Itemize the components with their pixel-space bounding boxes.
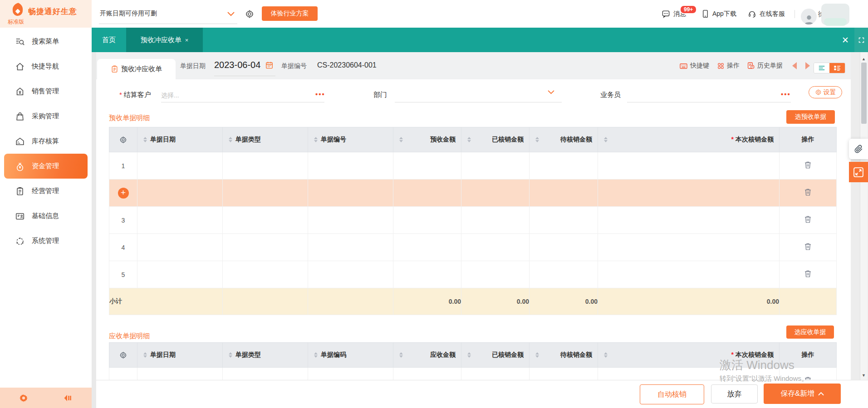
scroll-up-icon[interactable]: ▲ bbox=[862, 57, 866, 61]
history-button[interactable]: 历史单据 bbox=[747, 52, 783, 79]
sidebar-item-funds[interactable]: 资金管理 bbox=[4, 154, 88, 179]
table-cell[interactable] bbox=[598, 261, 780, 288]
table-cell[interactable] bbox=[137, 180, 223, 207]
sidebar-item-home[interactable]: 快捷导航 bbox=[0, 54, 92, 79]
sidebar-item-operations[interactable]: 经营管理 bbox=[0, 179, 92, 204]
column-header[interactable]: *本次核销金额 bbox=[598, 343, 780, 368]
delete-row-button[interactable] bbox=[780, 152, 837, 180]
sort-icon[interactable] bbox=[467, 352, 471, 358]
app-download-button[interactable]: App下载 bbox=[701, 0, 736, 28]
sort-icon[interactable] bbox=[314, 352, 318, 358]
table-cell[interactable] bbox=[530, 180, 598, 207]
table-cell[interactable] bbox=[598, 368, 780, 380]
sidebar-item-system[interactable]: 系统管理 bbox=[0, 228, 92, 253]
table-cell[interactable] bbox=[461, 207, 530, 234]
table-cell[interactable] bbox=[223, 261, 308, 288]
save-and-new-button[interactable]: 保存&新增 bbox=[764, 384, 841, 404]
table-cell[interactable] bbox=[308, 261, 393, 288]
column-header[interactable]: 已核销金额 bbox=[461, 343, 530, 368]
calendar-icon[interactable] bbox=[265, 61, 274, 69]
delete-row-button[interactable] bbox=[780, 234, 837, 261]
table-cell[interactable] bbox=[308, 207, 393, 234]
next-arrow[interactable] bbox=[805, 62, 810, 69]
support-button[interactable]: 在线客服 bbox=[748, 0, 785, 28]
document-tab[interactable]: 预收冲应收单 bbox=[97, 59, 176, 79]
delete-row-button[interactable] bbox=[780, 207, 837, 234]
sort-icon[interactable] bbox=[604, 352, 608, 358]
sort-icon[interactable] bbox=[399, 352, 403, 358]
scrollbar-thumb[interactable] bbox=[861, 63, 867, 124]
attachment-button[interactable] bbox=[849, 139, 868, 159]
column-header[interactable]: 单据日期 bbox=[137, 127, 223, 152]
table-cell[interactable] bbox=[461, 234, 530, 261]
auto-writeoff-button[interactable]: 自动核销 bbox=[640, 384, 704, 404]
table-cell[interactable] bbox=[223, 152, 308, 180]
chevron-down-icon[interactable] bbox=[227, 11, 235, 17]
sidebar-item-purchase[interactable]: 采购管理 bbox=[0, 104, 92, 129]
table-cell[interactable] bbox=[223, 234, 308, 261]
table-cell[interactable] bbox=[530, 152, 598, 180]
table-cell[interactable] bbox=[598, 152, 780, 180]
scroll-down-icon[interactable]: ▼ bbox=[862, 373, 866, 378]
expand-button[interactable] bbox=[849, 162, 868, 182]
column-header[interactable]: 已核销金额 bbox=[461, 127, 530, 152]
table-cell[interactable] bbox=[308, 368, 393, 380]
column-header[interactable]: *本次核销金额 bbox=[598, 127, 780, 152]
table-cell[interactable] bbox=[137, 207, 223, 234]
table-cell[interactable] bbox=[223, 180, 308, 207]
sort-icon[interactable] bbox=[314, 137, 318, 142]
column-header[interactable]: 操作 bbox=[780, 127, 837, 152]
prev-arrow[interactable] bbox=[792, 62, 797, 69]
sidebar-item-basicinfo[interactable]: 基础信息 bbox=[0, 204, 92, 228]
sidebar-item-inventory[interactable]: 库存核算 bbox=[0, 129, 92, 154]
sort-icon[interactable] bbox=[604, 137, 608, 142]
column-header[interactable]: 单据编号 bbox=[308, 127, 393, 152]
sort-icon[interactable] bbox=[229, 137, 232, 142]
salesman-more-icon[interactable]: ••• bbox=[781, 90, 791, 98]
column-header[interactable]: 单据类型 bbox=[223, 343, 308, 368]
column-header[interactable]: 待核销金额 bbox=[530, 343, 598, 368]
sidebar-item-search-menu[interactable]: 搜索菜单 bbox=[0, 29, 92, 54]
fullscreen-icon[interactable] bbox=[854, 28, 868, 52]
table-cell[interactable] bbox=[223, 207, 308, 234]
table-cell[interactable] bbox=[461, 261, 530, 288]
table-cell[interactable] bbox=[598, 234, 780, 261]
table-cell[interactable] bbox=[461, 368, 530, 380]
table-cell[interactable] bbox=[393, 368, 461, 380]
table-cell[interactable] bbox=[137, 234, 223, 261]
actions-button[interactable]: 操作 bbox=[717, 52, 740, 79]
discard-button[interactable]: 放弃 bbox=[711, 384, 758, 403]
table-cell[interactable] bbox=[308, 180, 393, 207]
delete-row-button[interactable] bbox=[780, 261, 837, 288]
column-header[interactable]: 单据编码 bbox=[308, 343, 393, 368]
date-value[interactable]: 2023-06-04 bbox=[214, 60, 260, 70]
table-cell[interactable] bbox=[393, 152, 461, 180]
sort-icon[interactable] bbox=[535, 137, 539, 142]
table-cell[interactable] bbox=[137, 368, 223, 380]
column-header[interactable]: 单据类型 bbox=[223, 127, 308, 152]
table-cell[interactable] bbox=[308, 234, 393, 261]
add-row-button[interactable]: + bbox=[118, 188, 129, 199]
table-cell[interactable] bbox=[530, 234, 598, 261]
column-settings[interactable] bbox=[109, 343, 137, 368]
sort-icon[interactable] bbox=[143, 137, 147, 142]
table-cell[interactable] bbox=[393, 234, 461, 261]
column-header[interactable]: 操作 bbox=[780, 343, 837, 368]
sort-icon[interactable] bbox=[399, 137, 403, 142]
table-cell[interactable] bbox=[223, 368, 308, 380]
delete-row-button[interactable] bbox=[780, 368, 837, 380]
customer-input[interactable]: 选择... bbox=[161, 92, 179, 100]
avatar[interactable] bbox=[801, 9, 817, 24]
card-view-button[interactable] bbox=[829, 63, 845, 73]
delete-row-button[interactable] bbox=[780, 180, 837, 207]
table-cell[interactable] bbox=[530, 261, 598, 288]
period-dropdown[interactable]: 开账日期可停用可删 bbox=[100, 10, 157, 18]
select-prepaid-button[interactable]: 选预收单据 bbox=[786, 110, 835, 124]
collapse-sidebar-icon[interactable] bbox=[63, 393, 74, 403]
tab-current[interactable]: 预收冲应收单 × bbox=[126, 28, 203, 52]
shortcut-keys-button[interactable]: 快捷键 bbox=[679, 52, 709, 79]
column-header[interactable]: 应收金额 bbox=[393, 343, 461, 368]
select-receivable-button[interactable]: 选应收单据 bbox=[786, 325, 834, 339]
list-view-button[interactable] bbox=[814, 63, 829, 73]
close-icon[interactable]: ✕ bbox=[836, 28, 855, 52]
